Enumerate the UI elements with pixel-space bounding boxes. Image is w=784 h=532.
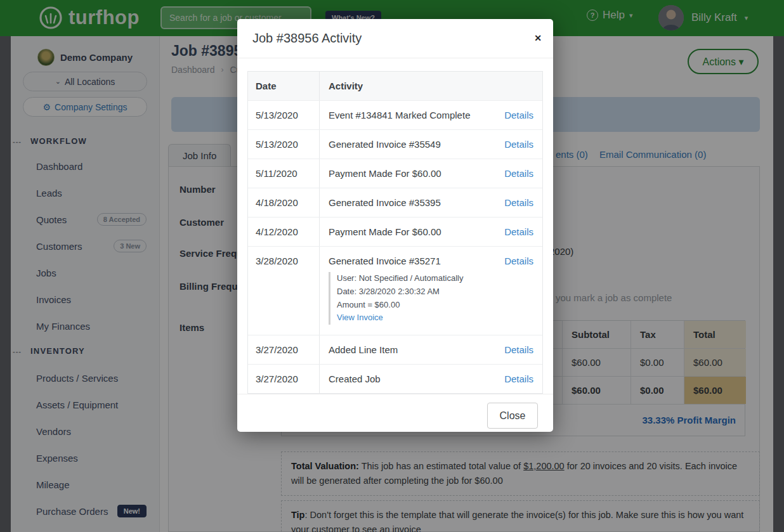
activity-text: Added Line Item xyxy=(329,344,498,355)
modal-title: Job #38956 Activity xyxy=(252,31,538,46)
activity-date: 3/28/2020 xyxy=(248,247,320,335)
activity-date: 4/12/2020 xyxy=(248,217,320,246)
modal-body: Date Activity 5/13/2020 Event #134841 Ma… xyxy=(237,58,553,394)
details-link[interactable]: Details xyxy=(498,256,533,266)
activity-table: Date Activity 5/13/2020 Event #134841 Ma… xyxy=(247,71,543,394)
activity-text: Payment Made For $60.00 xyxy=(329,168,498,179)
app-window: turfhop What's New? ? Help ▾ Billy Kraft… xyxy=(0,0,784,532)
activity-text: Payment Made For $60.00 xyxy=(329,226,498,237)
details-link[interactable]: Details xyxy=(498,168,533,179)
activity-text: Event #134841 Marked Complete xyxy=(329,110,498,120)
view-invoice-link[interactable]: View Invoice xyxy=(337,313,383,322)
details-link[interactable]: Details xyxy=(498,110,533,120)
activity-date: 5/11/2020 xyxy=(248,159,320,188)
activity-text: Generated Invoice #35395 xyxy=(329,197,498,208)
detail-date: Date: 3/28/2020 2:30:32 AM xyxy=(337,285,533,299)
col-header-activity: Activity xyxy=(320,72,542,100)
details-link[interactable]: Details xyxy=(498,139,533,150)
activity-date: 5/13/2020 xyxy=(248,101,320,129)
modal-header: Job #38956 Activity ✕ xyxy=(237,19,553,58)
activity-text: Generated Invoice #35549 xyxy=(329,139,498,150)
activity-row: 5/13/2020 Generated Invoice #35549 Detai… xyxy=(248,129,542,159)
details-link[interactable]: Details xyxy=(498,197,533,208)
activity-date: 3/27/2020 xyxy=(248,365,320,393)
activity-text: Generated Invoice #35271 xyxy=(329,256,498,266)
activity-row: 5/13/2020 Event #134841 Marked Complete … xyxy=(248,100,542,129)
detail-amount: Amount = $60.00 xyxy=(337,299,533,312)
activity-row: 5/11/2020 Payment Made For $60.00 Detail… xyxy=(248,159,542,188)
activity-row: 3/27/2020 Created Job Details xyxy=(248,364,542,393)
activity-text: Created Job xyxy=(329,373,498,384)
close-icon[interactable]: ✕ xyxy=(534,33,542,43)
detail-user: User: Not Specified / Automatically xyxy=(337,272,533,285)
details-link[interactable]: Details xyxy=(498,226,533,237)
col-header-date: Date xyxy=(248,72,320,100)
close-button[interactable]: Close xyxy=(487,403,538,429)
activity-date: 5/13/2020 xyxy=(248,130,320,159)
activity-row: 4/18/2020 Generated Invoice #35395 Detai… xyxy=(248,188,542,217)
activity-table-header: Date Activity xyxy=(248,72,542,100)
activity-date: 4/18/2020 xyxy=(248,188,320,217)
activity-row: 4/12/2020 Payment Made For $60.00 Detail… xyxy=(248,217,542,246)
activity-detail-block: User: Not Specified / Automatically Date… xyxy=(329,272,533,325)
activity-date: 3/27/2020 xyxy=(248,335,320,364)
activity-row: 3/27/2020 Added Line Item Details xyxy=(248,335,542,364)
activity-row-expanded: 3/28/2020 Generated Invoice #35271 Detai… xyxy=(248,246,542,335)
job-activity-modal: Job #38956 Activity ✕ Date Activity 5/13… xyxy=(237,19,553,432)
details-link[interactable]: Details xyxy=(498,344,533,355)
details-link[interactable]: Details xyxy=(498,373,533,384)
modal-footer: Close xyxy=(237,394,553,437)
